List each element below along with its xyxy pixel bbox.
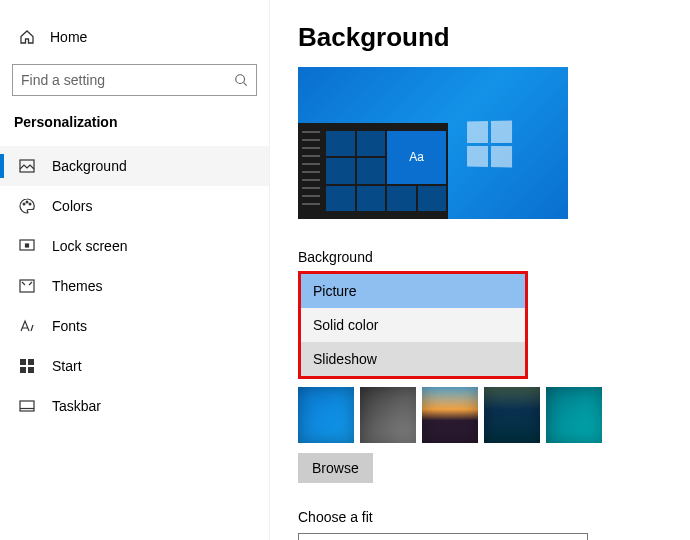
sidebar-item-label: Start [52, 358, 82, 374]
sidebar-item-themes[interactable]: Themes [0, 266, 269, 306]
background-option-solid-color[interactable]: Solid color [301, 308, 525, 342]
sidebar-item-label: Fonts [52, 318, 87, 334]
sidebar-item-label: Colors [52, 198, 92, 214]
sidebar-item-background[interactable]: Background [0, 146, 269, 186]
home-nav[interactable]: Home [0, 22, 269, 52]
fit-label: Choose a fit [298, 509, 666, 525]
fonts-icon [18, 317, 36, 335]
picture-thumbnail[interactable] [546, 387, 602, 443]
svg-rect-11 [28, 367, 34, 373]
windows-logo-icon [467, 120, 512, 167]
palette-icon [18, 197, 36, 215]
background-label: Background [298, 249, 666, 265]
taskbar-icon [18, 397, 36, 415]
svg-point-0 [236, 75, 245, 84]
picture-icon [18, 157, 36, 175]
sidebar-item-label: Lock screen [52, 238, 127, 254]
home-icon [18, 28, 36, 46]
svg-point-2 [23, 203, 25, 205]
sidebar-item-taskbar[interactable]: Taskbar [0, 386, 269, 426]
search-input[interactable]: Find a setting [12, 64, 257, 96]
page-title: Background [298, 22, 666, 53]
svg-rect-1 [20, 160, 34, 172]
picture-thumbnail[interactable] [422, 387, 478, 443]
picture-thumbnail-row [298, 387, 666, 443]
preview-menu-list [302, 131, 320, 211]
background-dropdown-open[interactable]: Picture Solid color Slideshow [298, 271, 528, 379]
svg-rect-6 [26, 244, 29, 247]
sidebar-item-start[interactable]: Start [0, 346, 269, 386]
svg-rect-12 [20, 401, 34, 411]
sidebar-item-label: Background [52, 158, 127, 174]
sidebar-item-fonts[interactable]: Fonts [0, 306, 269, 346]
background-option-picture[interactable]: Picture [301, 274, 525, 308]
preview-tiles: Aa [326, 131, 446, 211]
picture-thumbnail[interactable] [298, 387, 354, 443]
lock-screen-icon [18, 237, 36, 255]
start-icon [18, 357, 36, 375]
main-panel: Background Aa Background Picture Solid c… [270, 0, 690, 540]
category-label: Personalization [0, 106, 269, 140]
sidebar-item-colors[interactable]: Colors [0, 186, 269, 226]
svg-point-4 [29, 203, 31, 205]
themes-icon [18, 277, 36, 295]
search-icon [234, 73, 248, 87]
svg-rect-8 [20, 359, 26, 365]
picture-thumbnail[interactable] [360, 387, 416, 443]
search-placeholder: Find a setting [21, 72, 105, 88]
svg-rect-7 [20, 280, 34, 292]
preview-sample-tile: Aa [387, 131, 446, 184]
sidebar-item-label: Themes [52, 278, 103, 294]
sidebar-nav: Background Colors Lock screen Themes Fon… [0, 146, 269, 426]
background-option-slideshow[interactable]: Slideshow [301, 342, 525, 376]
sidebar-item-lock-screen[interactable]: Lock screen [0, 226, 269, 266]
svg-rect-9 [28, 359, 34, 365]
picture-thumbnail[interactable] [484, 387, 540, 443]
settings-sidebar: Home Find a setting Personalization Back… [0, 0, 270, 540]
desktop-preview: Aa [298, 67, 568, 219]
svg-rect-10 [20, 367, 26, 373]
browse-button[interactable]: Browse [298, 453, 373, 483]
sidebar-item-label: Taskbar [52, 398, 101, 414]
home-label: Home [50, 29, 87, 45]
fit-dropdown[interactable]: Fill [298, 533, 588, 540]
svg-point-3 [26, 201, 28, 203]
